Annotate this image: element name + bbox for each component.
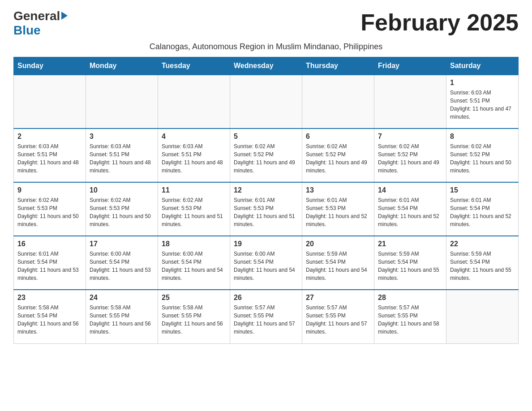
day-number: 19 (234, 240, 298, 248)
day-info: Sunrise: 6:03 AM Sunset: 5:51 PM Dayligh… (90, 142, 154, 175)
day-number: 18 (162, 240, 226, 248)
day-info: Sunrise: 5:58 AM Sunset: 5:54 PM Dayligh… (17, 304, 82, 336)
calendar-cell: 19Sunrise: 6:00 AM Sunset: 5:54 PM Dayli… (230, 236, 302, 290)
day-info: Sunrise: 6:02 AM Sunset: 5:53 PM Dayligh… (162, 196, 226, 228)
day-info: Sunrise: 5:57 AM Sunset: 5:55 PM Dayligh… (306, 304, 370, 336)
day-number: 7 (378, 133, 442, 141)
day-number: 14 (378, 186, 442, 194)
day-number: 13 (306, 186, 370, 194)
weekday-header-saturday: Saturday (446, 57, 519, 75)
day-info: Sunrise: 6:01 AM Sunset: 5:53 PM Dayligh… (306, 196, 370, 228)
calendar-cell: 3Sunrise: 6:03 AM Sunset: 5:51 PM Daylig… (86, 128, 158, 182)
logo-blue-text: Blue (13, 23, 41, 38)
day-info: Sunrise: 6:02 AM Sunset: 5:52 PM Dayligh… (306, 142, 370, 175)
day-number: 12 (234, 186, 298, 194)
day-number: 25 (162, 294, 226, 302)
calendar-cell: 11Sunrise: 6:02 AM Sunset: 5:53 PM Dayli… (158, 182, 230, 236)
calendar-cell: 23Sunrise: 5:58 AM Sunset: 5:54 PM Dayli… (14, 290, 86, 343)
day-number: 6 (306, 133, 370, 141)
calendar-cell: 9Sunrise: 6:02 AM Sunset: 5:53 PM Daylig… (14, 182, 86, 236)
day-number: 2 (17, 133, 82, 141)
week-row-5: 23Sunrise: 5:58 AM Sunset: 5:54 PM Dayli… (14, 290, 519, 343)
calendar-cell (230, 75, 302, 128)
day-number: 11 (162, 186, 226, 194)
calendar-cell: 24Sunrise: 5:58 AM Sunset: 5:55 PM Dayli… (86, 290, 158, 343)
week-row-4: 16Sunrise: 6:01 AM Sunset: 5:54 PM Dayli… (14, 236, 519, 290)
day-number: 26 (234, 294, 298, 302)
day-number: 1 (450, 79, 515, 87)
weekday-header-friday: Friday (374, 57, 446, 75)
day-number: 4 (162, 133, 226, 141)
day-number: 21 (378, 240, 442, 248)
weekday-header-wednesday: Wednesday (230, 57, 302, 75)
day-info: Sunrise: 6:00 AM Sunset: 5:54 PM Dayligh… (234, 250, 298, 282)
day-number: 15 (450, 186, 515, 194)
calendar-cell (374, 75, 446, 128)
calendar-cell (86, 75, 158, 128)
day-info: Sunrise: 5:59 AM Sunset: 5:54 PM Dayligh… (450, 250, 515, 282)
calendar-cell: 6Sunrise: 6:02 AM Sunset: 5:52 PM Daylig… (302, 128, 374, 182)
day-number: 5 (234, 133, 298, 141)
day-info: Sunrise: 6:02 AM Sunset: 5:52 PM Dayligh… (378, 142, 442, 175)
day-number: 17 (90, 240, 154, 248)
day-number: 20 (306, 240, 370, 248)
calendar-cell: 26Sunrise: 5:57 AM Sunset: 5:55 PM Dayli… (230, 290, 302, 343)
day-number: 24 (90, 294, 154, 302)
day-info: Sunrise: 6:01 AM Sunset: 5:54 PM Dayligh… (17, 250, 82, 282)
calendar-cell: 16Sunrise: 6:01 AM Sunset: 5:54 PM Dayli… (14, 236, 86, 290)
day-number: 10 (90, 186, 154, 194)
day-info: Sunrise: 6:02 AM Sunset: 5:52 PM Dayligh… (234, 142, 298, 175)
calendar-cell: 15Sunrise: 6:01 AM Sunset: 5:54 PM Dayli… (446, 182, 519, 236)
calendar-cell: 13Sunrise: 6:01 AM Sunset: 5:53 PM Dayli… (302, 182, 374, 236)
day-info: Sunrise: 6:01 AM Sunset: 5:54 PM Dayligh… (378, 196, 442, 228)
week-row-1: 1Sunrise: 6:03 AM Sunset: 5:51 PM Daylig… (14, 75, 519, 128)
calendar-cell: 4Sunrise: 6:03 AM Sunset: 5:51 PM Daylig… (158, 128, 230, 182)
calendar-cell: 27Sunrise: 5:57 AM Sunset: 5:55 PM Dayli… (302, 290, 374, 343)
logo-triangle-icon (61, 12, 68, 20)
logo: General Blue (13, 9, 68, 38)
page-header: General Blue February 2025 (13, 9, 519, 38)
calendar-cell: 20Sunrise: 5:59 AM Sunset: 5:54 PM Dayli… (302, 236, 374, 290)
day-info: Sunrise: 5:57 AM Sunset: 5:55 PM Dayligh… (378, 304, 442, 336)
day-number: 28 (378, 294, 442, 302)
calendar-cell (14, 75, 86, 128)
day-info: Sunrise: 5:59 AM Sunset: 5:54 PM Dayligh… (306, 250, 370, 282)
calendar-cell: 25Sunrise: 5:58 AM Sunset: 5:55 PM Dayli… (158, 290, 230, 343)
week-row-2: 2Sunrise: 6:03 AM Sunset: 5:51 PM Daylig… (14, 128, 519, 182)
day-number: 3 (90, 133, 154, 141)
calendar-cell: 21Sunrise: 5:59 AM Sunset: 5:54 PM Dayli… (374, 236, 446, 290)
day-info: Sunrise: 6:01 AM Sunset: 5:54 PM Dayligh… (450, 196, 515, 228)
weekday-header-monday: Monday (86, 57, 158, 75)
day-info: Sunrise: 5:58 AM Sunset: 5:55 PM Dayligh… (90, 304, 154, 336)
calendar-cell (158, 75, 230, 128)
logo-general-text: General (13, 9, 60, 23)
calendar-cell (302, 75, 374, 128)
calendar-cell: 17Sunrise: 6:00 AM Sunset: 5:54 PM Dayli… (86, 236, 158, 290)
day-number: 23 (17, 294, 82, 302)
day-info: Sunrise: 6:02 AM Sunset: 5:52 PM Dayligh… (450, 142, 515, 175)
day-info: Sunrise: 6:02 AM Sunset: 5:53 PM Dayligh… (17, 196, 82, 228)
day-info: Sunrise: 5:59 AM Sunset: 5:54 PM Dayligh… (378, 250, 442, 282)
calendar-cell: 5Sunrise: 6:02 AM Sunset: 5:52 PM Daylig… (230, 128, 302, 182)
day-number: 9 (17, 186, 82, 194)
day-number: 22 (450, 240, 515, 248)
day-info: Sunrise: 6:01 AM Sunset: 5:53 PM Dayligh… (234, 196, 298, 228)
weekday-header-tuesday: Tuesday (158, 57, 230, 75)
calendar-cell: 18Sunrise: 6:00 AM Sunset: 5:54 PM Dayli… (158, 236, 230, 290)
day-info: Sunrise: 6:03 AM Sunset: 5:51 PM Dayligh… (162, 142, 226, 175)
calendar-cell: 7Sunrise: 6:02 AM Sunset: 5:52 PM Daylig… (374, 128, 446, 182)
calendar-subtitle: Calanogas, Autonomous Region in Muslim M… (13, 42, 519, 51)
day-info: Sunrise: 6:03 AM Sunset: 5:51 PM Dayligh… (450, 89, 515, 121)
calendar-cell: 8Sunrise: 6:02 AM Sunset: 5:52 PM Daylig… (446, 128, 519, 182)
calendar-cell: 1Sunrise: 6:03 AM Sunset: 5:51 PM Daylig… (446, 75, 519, 128)
day-number: 27 (306, 294, 370, 302)
calendar-cell: 12Sunrise: 6:01 AM Sunset: 5:53 PM Dayli… (230, 182, 302, 236)
day-info: Sunrise: 5:58 AM Sunset: 5:55 PM Dayligh… (162, 304, 226, 336)
weekday-header-thursday: Thursday (302, 57, 374, 75)
calendar-cell: 22Sunrise: 5:59 AM Sunset: 5:54 PM Dayli… (446, 236, 519, 290)
calendar-table: SundayMondayTuesdayWednesdayThursdayFrid… (13, 57, 519, 344)
calendar-cell: 14Sunrise: 6:01 AM Sunset: 5:54 PM Dayli… (374, 182, 446, 236)
day-number: 8 (450, 133, 515, 141)
day-info: Sunrise: 5:57 AM Sunset: 5:55 PM Dayligh… (234, 304, 298, 336)
weekday-header-sunday: Sunday (14, 57, 86, 75)
